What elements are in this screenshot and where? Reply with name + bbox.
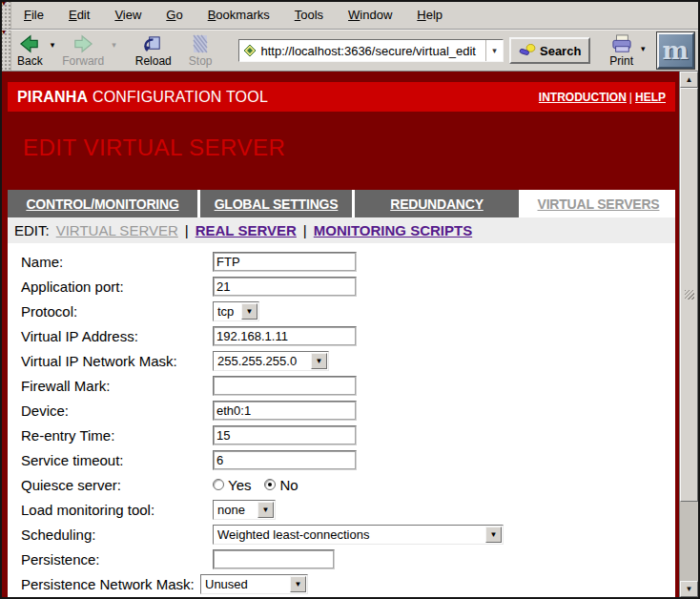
form-row: Quiesce server: Yes No (8, 472, 675, 497)
persistence-label: Persistence: (21, 551, 213, 568)
menu-help[interactable]: Help (404, 2, 455, 29)
persistence-field[interactable] (213, 549, 335, 569)
device-field[interactable] (213, 401, 357, 421)
scrollbar-track[interactable] (680, 88, 698, 581)
url-history-dropdown-icon[interactable]: ▾ (485, 40, 503, 61)
menu-tools[interactable]: Tools (282, 2, 336, 29)
quiesce-server-label: Quiesce server: (21, 477, 213, 493)
tab-global-settings[interactable]: GLOBAL SETTINGS (200, 190, 352, 217)
scrollbar-thumb[interactable] (680, 88, 698, 502)
reload-button[interactable]: Reload (130, 31, 177, 71)
chevron-down-icon: ▼ (257, 502, 274, 518)
stop-icon (192, 33, 209, 54)
quiesce-yes-radio[interactable]: Yes (213, 477, 251, 493)
form-row: Service timeout: (8, 447, 675, 472)
service-timeout-label: Service timeout: (21, 452, 213, 468)
load-monitoring-tool-select[interactable]: none ▼ (213, 500, 276, 520)
application-port-field[interactable] (213, 277, 357, 297)
chevron-down-icon: ▼ (311, 353, 327, 369)
url-input[interactable] (260, 41, 485, 60)
scroll-up-icon[interactable]: ▲ (680, 72, 698, 88)
tab-redundancy[interactable]: REDUNDANCY (355, 190, 519, 217)
virtual-ip-network-mask-select[interactable]: 255.255.255.0 ▼ (213, 351, 329, 371)
firewall-mark-field[interactable] (213, 376, 357, 396)
subnav-separator: | (303, 222, 307, 238)
menu-go[interactable]: Go (154, 2, 195, 29)
protocol-select[interactable]: tcp ▼ (213, 301, 259, 321)
reentry-time-field[interactable] (213, 425, 357, 445)
form-row: Virtual IP Network Mask: 255.255.255.0 ▼ (8, 348, 675, 373)
service-timeout-field[interactable] (213, 450, 357, 470)
device-label: Device: (21, 403, 213, 419)
firewall-mark-label: Firewall Mark: (21, 378, 213, 394)
page-proxy-icon[interactable] (239, 44, 260, 57)
form-row: Virtual IP Address: (8, 323, 675, 348)
form-row: Persistence: (8, 547, 675, 571)
real-server-link[interactable]: REAL SERVER (196, 222, 297, 238)
url-bar: ▾ (238, 39, 504, 62)
chevron-down-icon: ▼ (485, 527, 502, 543)
search-button[interactable]: Search (509, 37, 590, 64)
toolbar-grippy[interactable] (2, 2, 11, 29)
vertical-scrollbar: ▲ ▼ (679, 72, 698, 597)
virtual-ip-address-field[interactable] (213, 326, 357, 346)
radio-unchecked-icon (213, 479, 224, 490)
menu-file[interactable]: File (11, 2, 56, 29)
header-link-separator: | (627, 91, 635, 104)
tab-virtual-servers[interactable]: VIRTUAL SERVERS (522, 190, 675, 217)
protocol-label: Protocol: (21, 303, 213, 320)
chevron-down-icon: ▼ (241, 303, 257, 320)
scroll-down-icon[interactable]: ▼ (680, 581, 698, 597)
forward-button[interactable]: Forward (56, 31, 110, 71)
form-row: Name: (8, 249, 675, 274)
subnav-separator: | (185, 222, 189, 238)
radio-checked-icon (264, 479, 276, 490)
virtual-ip-network-mask-label: Virtual IP Network Mask: (21, 353, 213, 369)
scheduling-select[interactable]: Weighted least-connections ▼ (213, 525, 504, 545)
mozilla-throbber-logo[interactable]: m (657, 32, 694, 69)
persistence-network-mask-select[interactable]: Unused ▼ (200, 574, 308, 594)
form-row: Scheduling: Weighted least-connections ▼ (8, 522, 675, 547)
form-row: Re-entry Time: (8, 423, 675, 447)
name-field[interactable] (213, 252, 357, 272)
load-monitoring-tool-label: Load monitoring tool: (21, 502, 213, 518)
form-row: Application port: (8, 274, 675, 299)
virtual-server-form: Name: Application port: Protocol: tcp ▼ (8, 243, 675, 596)
form-row: Protocol: tcp ▼ (8, 299, 675, 323)
menu-bar: File Edit View Go Bookmarks Tools Window… (2, 2, 698, 30)
print-button[interactable]: Print (604, 31, 639, 71)
back-button[interactable]: Back (11, 31, 49, 71)
page-body: PIRANHA CONFIGURATION TOOL INTRODUCTION|… (2, 72, 679, 597)
stop-button[interactable]: Stop (183, 31, 218, 71)
menu-window[interactable]: Window (336, 2, 404, 29)
form-row: Device: (8, 398, 675, 423)
help-link[interactable]: HELP (635, 91, 666, 104)
navigation-toolbar: Back ▾ Forward ▾ Reload (2, 30, 698, 72)
edit-subnav: EDIT: VIRTUAL SERVER | REAL SERVER | MON… (8, 217, 675, 243)
piranha-header-bar: PIRANHA CONFIGURATION TOOL INTRODUCTION|… (8, 82, 675, 112)
name-label: Name: (21, 254, 213, 270)
print-icon (610, 33, 633, 54)
forward-icon (72, 33, 93, 54)
virtual-server-current: VIRTUAL SERVER (56, 222, 178, 238)
tab-bar: CONTROL/MONITORING GLOBAL SETTINGS REDUN… (8, 190, 675, 217)
application-port-label: Application port: (21, 279, 213, 295)
menu-edit[interactable]: Edit (56, 2, 102, 29)
back-dropdown-icon[interactable]: ▾ (49, 40, 57, 50)
reentry-time-label: Re-entry Time: (21, 427, 213, 444)
introduction-link[interactable]: INTRODUCTION (539, 91, 627, 104)
forward-dropdown-icon[interactable]: ▾ (110, 40, 118, 50)
menu-bookmarks[interactable]: Bookmarks (196, 2, 282, 29)
quiesce-no-radio[interactable]: No (264, 477, 298, 493)
content-panel: CONTROL/MONITORING GLOBAL SETTINGS REDUN… (8, 190, 675, 597)
menu-view[interactable]: View (102, 2, 154, 29)
form-row: Load monitoring tool: none ▼ (8, 497, 675, 522)
persistence-network-mask-label: Persistence Network Mask: (21, 576, 200, 592)
toolbar-grippy[interactable] (2, 31, 11, 71)
monitoring-scripts-link[interactable]: MONITORING SCRIPTS (314, 222, 472, 238)
scrollbar-grip-icon (685, 290, 694, 300)
tab-control-monitoring[interactable]: CONTROL/MONITORING (8, 190, 197, 217)
subnav-prefix: EDIT: (14, 222, 50, 238)
print-dropdown-icon[interactable]: ▾ (639, 44, 648, 53)
back-icon (19, 33, 40, 54)
